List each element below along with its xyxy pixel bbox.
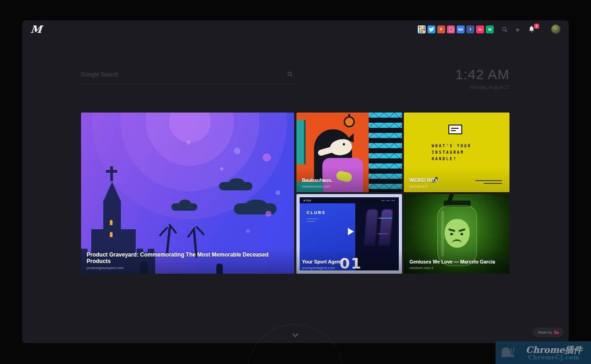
framed-picture-art xyxy=(448,125,462,134)
color-grid-glyph xyxy=(419,26,425,33)
scroll-arc xyxy=(247,324,343,364)
glitch-figure-art xyxy=(364,209,378,245)
source-icon-row: P Bē f In M xyxy=(418,25,494,33)
card-source: weirdbox.fr xyxy=(409,184,505,188)
cloud-art xyxy=(171,203,197,211)
dead-tree-art xyxy=(166,226,171,255)
chromecj-watermark: Chrome插件 ChromeCJ.com xyxy=(496,341,591,364)
lit-window-art xyxy=(110,220,113,225)
invision-logo-text: In xyxy=(554,330,559,335)
card-title: Geniuses We Love — Marcelo Garcia xyxy=(409,259,505,264)
card-source: baubauhaus.com xyxy=(302,184,397,188)
church-art xyxy=(103,182,121,201)
google-search-bar xyxy=(81,67,294,84)
product-hunt-icon[interactable]: P xyxy=(437,25,445,33)
play-button-art xyxy=(348,228,354,235)
card-label: Geniuses We Love — Marcelo Garcia medium… xyxy=(409,259,505,270)
card-product-graveyard[interactable]: Product Graveyard: Commemorating The Mos… xyxy=(81,113,294,274)
dribbble-icon[interactable] xyxy=(447,25,455,33)
clubs-heading: CLUBS xyxy=(307,210,326,215)
facebook-icon[interactable]: f xyxy=(466,25,474,33)
invision-icon[interactable]: In xyxy=(476,25,484,33)
card-label: Your Sport Agent yoursportagent.com xyxy=(302,259,397,270)
behance-icon[interactable]: Bē xyxy=(457,25,465,33)
card-source: yoursportagent.com xyxy=(302,266,397,270)
clock-time: 1:42 AM xyxy=(455,67,509,82)
search-submit-icon[interactable] xyxy=(287,71,293,77)
card-source: medium.muz.li xyxy=(409,266,505,270)
muzli-picks-icon[interactable] xyxy=(418,25,426,33)
search-input[interactable] xyxy=(81,67,280,82)
snail-logo-icon xyxy=(499,345,516,361)
site-logo-text: AYSA xyxy=(303,199,311,202)
watermark-text: Chrome插件 ChromeCJ.com xyxy=(517,345,591,361)
card-source: productgraveyard.com xyxy=(87,266,289,270)
handwritten-question: WHAT'S YOUR INSTAGRAM HANDLE? xyxy=(432,143,472,163)
search-icon[interactable] xyxy=(502,26,508,33)
favorites-heart-icon[interactable]: ♥ xyxy=(516,26,520,33)
card-title: Your Sport Agent xyxy=(302,259,397,264)
dribbble-ball-glyph xyxy=(449,27,453,32)
user-avatar[interactable] xyxy=(551,25,560,34)
card-your-sport-agent[interactable]: AYSA CLUBS 01 Your Sport Agent yoursport… xyxy=(296,194,402,274)
twitter-icon[interactable] xyxy=(428,25,435,33)
clock-widget: 1:42 AM Monday, August 21 xyxy=(455,67,509,90)
card-label: Product Graveyard: Commemorating The Mos… xyxy=(87,251,289,270)
card-label: WEIRD BOX weirdbox.fr xyxy=(409,177,505,188)
notification-badge: 2 xyxy=(534,24,539,29)
card-geniuses-we-love[interactable]: Geniuses We Love — Marcelo Garcia medium… xyxy=(404,194,509,274)
door-art xyxy=(296,120,306,164)
bubble-art xyxy=(234,148,240,154)
muzli-new-tab: M P Bē f In M ♥ xyxy=(0,0,591,364)
card-baubauhaus[interactable]: Baubauhaus. baubauhaus.com xyxy=(296,113,402,192)
made-by-invision-badge[interactable]: Made by In xyxy=(533,327,564,337)
notifications-bell-icon[interactable]: 2 xyxy=(528,25,537,35)
card-title: Product Graveyard: Commemorating The Mos… xyxy=(87,251,289,264)
watermark-title: Chrome插件 xyxy=(517,345,591,354)
card-title: WEIRD BOX xyxy=(409,177,505,183)
card-weird-box[interactable]: WHAT'S YOUR INSTAGRAM HANDLE? WEIRD BOX … xyxy=(404,113,509,192)
card-title: Baubauhaus. xyxy=(302,177,397,183)
made-by-text: Made by xyxy=(538,330,552,334)
pocket-watch-art xyxy=(344,116,355,127)
twitter-bird-glyph xyxy=(429,27,434,32)
card-label: Baubauhaus. baubauhaus.com xyxy=(302,177,397,188)
clock-date: Monday, August 21 xyxy=(455,85,509,90)
muzli-logo[interactable]: M xyxy=(30,23,43,35)
extension-panel: M P Bē f In M ♥ xyxy=(22,20,569,343)
watermark-domain: ChromeCJ.com xyxy=(517,354,591,361)
medium-icon[interactable]: M xyxy=(486,25,494,33)
